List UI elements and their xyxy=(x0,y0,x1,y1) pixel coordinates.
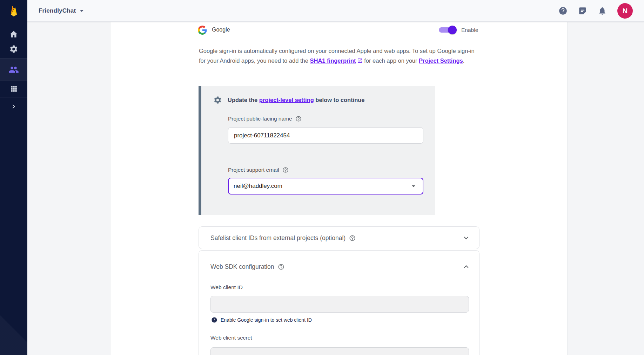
label-text: Project support email xyxy=(228,167,279,173)
alert-circle-icon xyxy=(211,317,217,323)
web-client-secret-input xyxy=(210,347,469,355)
panel-title: Update the project-level setting below t… xyxy=(228,97,365,103)
topbar: FriendlyChat N xyxy=(27,0,644,22)
chevron-down-icon xyxy=(78,7,86,15)
sidebar-item-expand[interactable] xyxy=(0,99,27,114)
firebase-flame-icon xyxy=(9,5,19,17)
home-icon xyxy=(9,30,18,39)
notice-text: Enable Google sign-in to set web client … xyxy=(221,317,312,323)
description-text: for each app on your xyxy=(363,57,419,64)
panel-header: Update the project-level setting below t… xyxy=(213,96,365,104)
public-name-label: Project public-facing name xyxy=(228,116,302,122)
safelist-panel-header[interactable]: Safelist client IDs from external projec… xyxy=(199,227,479,249)
sidebar-item-settings[interactable] xyxy=(0,41,27,57)
support-email-label: Project support email xyxy=(228,167,289,173)
sidebar-item-products[interactable] xyxy=(0,81,27,96)
account-avatar[interactable]: N xyxy=(617,3,633,19)
toggle-knob xyxy=(448,26,457,34)
help-circle-icon[interactable] xyxy=(278,264,284,270)
project-settings-link[interactable]: Project Settings xyxy=(419,57,463,64)
external-link-icon xyxy=(357,58,363,63)
label-text: Project public-facing name xyxy=(228,116,292,122)
project-switcher[interactable]: FriendlyChat xyxy=(39,0,86,22)
support-email-value: neil@haddley.com xyxy=(234,183,409,190)
gear-icon xyxy=(213,96,222,104)
dropdown-caret-icon xyxy=(409,182,418,190)
project-level-setting-link[interactable]: project-level setting xyxy=(259,97,314,103)
panel-title-text: below to continue xyxy=(314,97,365,103)
public-name-input[interactable] xyxy=(228,127,423,144)
provider-config-card: Google Enable Google sign-in is automati… xyxy=(110,22,567,355)
safelist-title: Safelist client IDs from external projec… xyxy=(210,234,356,242)
bell-icon xyxy=(598,6,607,15)
provider-description: Google sign-in is automatically configur… xyxy=(199,46,481,66)
chevron-down-icon[interactable] xyxy=(462,233,471,243)
help-circle-icon[interactable] xyxy=(295,116,302,122)
sha1-fingerprint-link[interactable]: SHA1 fingerprint xyxy=(310,57,356,64)
help-button[interactable] xyxy=(558,6,568,15)
section-title-text: Web SDK configuration xyxy=(210,263,274,271)
section-title-text: Safelist client IDs from external projec… xyxy=(210,234,346,242)
web-client-secret-label: Web client secret xyxy=(210,335,252,341)
notifications-button[interactable] xyxy=(598,6,607,15)
web-sdk-title: Web SDK configuration xyxy=(210,263,284,271)
feedback-button[interactable] xyxy=(578,6,587,15)
sidebar xyxy=(0,0,27,355)
provider-name: Google xyxy=(212,27,230,33)
safelist-panel: Safelist client IDs from external projec… xyxy=(199,226,479,249)
help-circle-icon[interactable] xyxy=(282,167,289,173)
panel-title-text: Update the xyxy=(228,97,259,103)
project-title: FriendlyChat xyxy=(39,7,76,14)
sidebar-divider xyxy=(0,97,27,97)
sidebar-item-authentication[interactable] xyxy=(0,59,27,81)
toggle-switch[interactable] xyxy=(439,26,457,34)
web-sdk-panel: Web SDK configuration Web client ID Enab… xyxy=(199,250,479,355)
topbar-actions: N xyxy=(558,0,633,22)
project-level-setting-panel: Update the project-level setting below t… xyxy=(199,86,435,215)
sidebar-item-home[interactable] xyxy=(0,27,27,42)
description-text: . xyxy=(463,57,465,64)
help-icon xyxy=(558,6,568,15)
chevron-right-icon xyxy=(9,102,18,111)
feedback-icon xyxy=(578,6,587,15)
page-background: Google Enable Google sign-in is automati… xyxy=(27,22,644,355)
web-client-id-input xyxy=(210,296,469,313)
chevron-up-icon[interactable] xyxy=(462,262,471,271)
google-logo-icon xyxy=(198,26,207,35)
grid-icon xyxy=(9,84,18,93)
client-id-notice: Enable Google sign-in to set web client … xyxy=(211,317,312,323)
web-client-id-label: Web client ID xyxy=(210,284,243,291)
support-email-select[interactable]: neil@haddley.com xyxy=(228,178,423,194)
firebase-logo[interactable] xyxy=(0,0,27,22)
help-circle-icon[interactable] xyxy=(349,235,356,241)
provider-row: Google Enable xyxy=(110,25,567,35)
users-icon xyxy=(8,64,19,75)
web-sdk-panel-header[interactable]: Web SDK configuration xyxy=(199,251,479,283)
enable-label: Enable xyxy=(461,27,478,33)
sidebar-decoration xyxy=(0,278,27,355)
enable-toggle[interactable]: Enable xyxy=(439,26,478,34)
gear-icon xyxy=(9,45,18,54)
